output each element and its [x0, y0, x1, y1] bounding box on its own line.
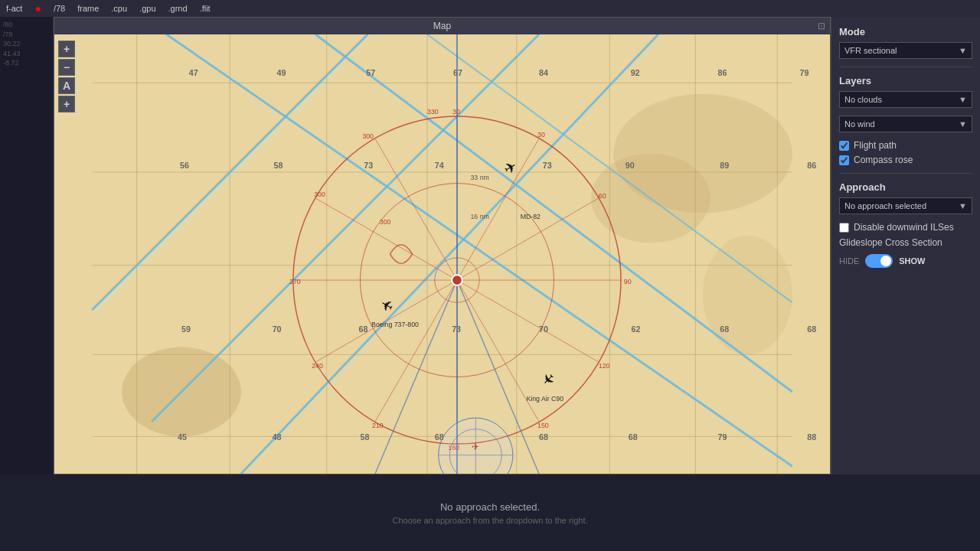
disable-downwind-checkbox[interactable]	[839, 223, 849, 233]
svg-text:58: 58	[274, 161, 283, 170]
clouds-dropdown[interactable]: No clouds ▼	[839, 91, 972, 108]
topbar-flit: .flit	[200, 4, 211, 13]
wind-dropdown-arrow: ▼	[959, 119, 967, 129]
svg-text:300: 300	[314, 191, 325, 198]
svg-text:330: 330	[427, 108, 439, 116]
divider-2	[839, 173, 972, 174]
flight-path-checkbox[interactable]	[839, 141, 849, 151]
svg-text:60: 60	[599, 192, 606, 200]
svg-text:300: 300	[380, 218, 391, 226]
right-panel: Mode VFR sectional ▼ Layers No clouds ▼ …	[831, 17, 980, 551]
svg-text:86: 86	[717, 68, 727, 77]
svg-text:73: 73	[543, 161, 552, 170]
map-title-bar: Map ⊡	[54, 18, 830, 34]
svg-text:59: 59	[181, 324, 191, 334]
svg-text:MD-82: MD-82	[521, 213, 541, 220]
disable-downwind-label: Disable downwind ILSes	[854, 222, 954, 233]
svg-text:120: 120	[599, 362, 610, 370]
compass-button[interactable]: +	[58, 96, 75, 112]
map-close-icon[interactable]: ⊡	[818, 21, 825, 31]
svg-text:88: 88	[807, 432, 816, 442]
svg-text:57: 57	[366, 68, 375, 77]
svg-text:✈: ✈	[472, 442, 479, 452]
map-svg: 33 nm 16 nm 30 30 330 300 270 300 90 60 …	[54, 34, 830, 474]
center-button[interactable]: A	[58, 77, 75, 94]
svg-text:62: 62	[632, 324, 641, 334]
svg-text:70: 70	[273, 324, 282, 334]
zoom-in-button[interactable]: +	[58, 41, 75, 57]
svg-text:47: 47	[189, 68, 198, 77]
clouds-dropdown-arrow: ▼	[959, 95, 967, 104]
svg-text:150: 150	[537, 422, 549, 429]
bottom-bar: No approach selected. Choose an approach…	[0, 474, 980, 551]
svg-text:68: 68	[807, 324, 816, 334]
bottom-main-text: No approach selected.	[440, 501, 540, 513]
approach-label: Approach	[839, 181, 972, 193]
left-sidebar: /80 /78 30.22 41.43 -8.72	[0, 17, 54, 474]
svg-text:92: 92	[631, 68, 640, 77]
approach-dropdown[interactable]: No approach selected ▼	[839, 197, 972, 214]
svg-text:79: 79	[717, 432, 727, 442]
wind-value: No wind	[844, 119, 875, 129]
svg-point-42	[452, 275, 462, 285]
wind-dropdown[interactable]: No wind ▼	[839, 116, 972, 132]
svg-text:210: 210	[372, 422, 384, 429]
mode-value: VFR sectional	[844, 46, 897, 55]
svg-point-4	[703, 236, 792, 355]
svg-text:68: 68	[539, 432, 548, 442]
svg-text:Boeing 737-800: Boeing 737-800	[371, 321, 419, 328]
topbar-frame: frame	[77, 4, 99, 13]
svg-text:30: 30	[452, 108, 460, 116]
topbar-fact: f-act	[6, 4, 22, 13]
topbar-fsim: /78	[54, 4, 65, 13]
flight-path-label: Flight path	[854, 140, 897, 151]
toggle-thumb	[880, 256, 891, 266]
glideslope-toggle[interactable]	[865, 254, 893, 268]
svg-text:58: 58	[360, 432, 369, 442]
topbar-grnd: .grnd	[168, 4, 188, 13]
map-controls: + − A +	[58, 41, 75, 112]
compass-rose-label: Compass rose	[854, 155, 913, 165]
svg-text:68: 68	[629, 432, 638, 442]
svg-text:90: 90	[626, 161, 635, 170]
svg-text:16 nm: 16 nm	[470, 213, 488, 220]
mode-label: Mode	[839, 26, 972, 37]
svg-text:King Air C90: King Air C90	[526, 395, 564, 403]
map-content[interactable]: 33 nm 16 nm 30 30 330 300 270 300 90 60 …	[54, 34, 830, 474]
svg-text:270: 270	[289, 278, 301, 285]
svg-text:48: 48	[273, 432, 282, 442]
topbar-gpu: .gpu	[139, 4, 155, 13]
mode-dropdown[interactable]: VFR sectional ▼	[839, 42, 972, 59]
map-title: Map	[433, 21, 451, 31]
bottom-sub-text: Choose an approach from the dropdown to …	[393, 516, 588, 525]
svg-text:86: 86	[807, 161, 816, 170]
svg-text:89: 89	[720, 161, 729, 170]
clouds-value: No clouds	[844, 95, 882, 104]
svg-text:73: 73	[364, 161, 373, 170]
show-label: SHOW	[899, 256, 925, 266]
flight-path-row: Flight path	[839, 140, 972, 151]
svg-text:68: 68	[720, 324, 729, 334]
disable-downwind-row: Disable downwind ILSes	[839, 222, 972, 233]
svg-text:73: 73	[452, 324, 461, 334]
svg-text:49: 49	[277, 68, 286, 77]
svg-text:70: 70	[539, 324, 548, 334]
compass-rose-checkbox[interactable]	[839, 155, 849, 165]
svg-text:79: 79	[799, 68, 808, 77]
svg-text:90: 90	[624, 278, 632, 285]
svg-text:30: 30	[537, 131, 545, 139]
divider-1	[839, 67, 972, 67]
svg-text:240: 240	[312, 362, 323, 370]
zoom-out-button[interactable]: −	[58, 59, 75, 76]
svg-text:74: 74	[435, 161, 444, 170]
layers-label: Layers	[839, 75, 972, 86]
approach-value: No approach selected	[844, 201, 926, 210]
svg-text:84: 84	[539, 68, 548, 77]
svg-text:68: 68	[359, 324, 368, 334]
svg-text:300: 300	[362, 132, 374, 140]
compass-rose-row: Compass rose	[839, 155, 972, 165]
svg-text:45: 45	[178, 432, 187, 442]
mode-dropdown-arrow: ▼	[959, 46, 967, 55]
topbar: f-act ● /78 frame .cpu .gpu .grnd .flit	[0, 0, 980, 17]
glideslope-label: Glideslope Cross Section	[839, 237, 972, 248]
